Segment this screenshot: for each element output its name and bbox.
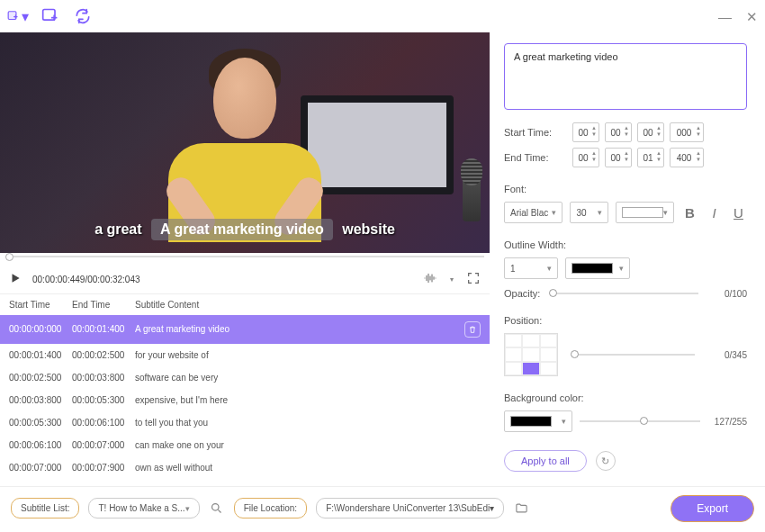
right-pane: Start Time: 00▲▼ 00▲▼ 00▲▼ 000▲▼ End Tim…: [490, 32, 765, 486]
reload-button[interactable]: [72, 6, 94, 26]
bold-button[interactable]: B: [681, 203, 698, 221]
playbar: 00:00:00:449/00:00:32:043 ▾: [0, 265, 490, 293]
start-ss[interactable]: 00▲▼: [637, 122, 664, 142]
end-mm[interactable]: 00▲▼: [605, 148, 632, 167]
start-hh[interactable]: 00▲▼: [572, 122, 599, 142]
font-size-select[interactable]: 30▾: [570, 202, 608, 223]
toolbar-icons: ▾: [7, 6, 94, 26]
fullscreen-icon[interactable]: [466, 271, 481, 287]
underline-button[interactable]: U: [730, 203, 747, 221]
position-slider[interactable]: [571, 354, 695, 356]
end-ms[interactable]: 400▲▼: [670, 148, 704, 167]
table-row[interactable]: 00:00:07:00000:00:07:900own as well with…: [0, 456, 490, 479]
table-row[interactable]: 00:00:05:30000:00:06:100to tell you that…: [0, 411, 490, 434]
add-media-button[interactable]: ▾: [7, 6, 29, 26]
table-header: Start Time End Time Subtitle Content: [0, 293, 490, 315]
position-value: 0/345: [707, 350, 747, 360]
svg-point-2: [212, 504, 220, 511]
close-button[interactable]: ✕: [746, 10, 758, 23]
reset-icon[interactable]: ↻: [596, 451, 616, 471]
font-name-select[interactable]: Arial Blac▾: [504, 202, 562, 223]
minimize-button[interactable]: —: [718, 10, 732, 23]
video-preview[interactable]: a great A great marketing video website: [0, 32, 490, 253]
col-end-header: End Time: [72, 300, 135, 310]
start-time-label: Start Time:: [504, 127, 567, 138]
search-icon[interactable]: [209, 500, 225, 517]
bg-color-label: Background color:: [504, 392, 747, 403]
italic-button[interactable]: I: [706, 203, 723, 221]
playback-time: 00:00:00:449/00:00:32:043: [32, 275, 140, 284]
subtitle-text-input[interactable]: [504, 43, 747, 110]
delete-icon[interactable]: [464, 321, 481, 338]
subtitle-list-label: Subtitle List:: [11, 498, 79, 518]
opacity-label: Opacity:: [504, 288, 540, 299]
end-time-label: End Time:: [504, 152, 567, 163]
outline-label: Outline Width:: [504, 239, 747, 250]
col-content-header: Subtitle Content: [135, 300, 481, 310]
main: a great A great marketing video website …: [0, 32, 765, 486]
subtitle-list-select[interactable]: T! How to Make a S...▾: [88, 498, 199, 518]
position-grid[interactable]: [504, 333, 558, 376]
table-row[interactable]: 00:00:03:80000:00:05:300expensive, but I…: [0, 389, 490, 411]
play-button[interactable]: [9, 272, 22, 286]
scrub-bar[interactable]: [0, 253, 490, 266]
bg-opacity-slider[interactable]: [580, 420, 700, 422]
apply-all-button[interactable]: Apply to all: [504, 450, 587, 472]
titlebar: ▾ — ✕: [0, 0, 765, 32]
file-location-field[interactable]: F:\Wondershare UniConverter 13\SubEdi▾: [316, 498, 504, 518]
folder-icon[interactable]: [513, 500, 529, 517]
table-row[interactable]: 00:00:07:90000:00:09:200having expensive…: [0, 479, 490, 486]
table-row[interactable]: 00:00:00:00000:00:01:400A great marketin…: [0, 315, 490, 344]
table-row[interactable]: 00:00:02:50000:00:03:800software can be …: [0, 366, 490, 389]
left-pane: a great A great marketing video website …: [0, 32, 490, 486]
subtitle-overlay: a great A great marketing video website: [0, 219, 490, 240]
footer: Subtitle List: T! How to Make a S...▾ Fi…: [0, 486, 765, 529]
col-start-header: Start Time: [9, 300, 72, 310]
export-button[interactable]: Export: [670, 495, 754, 522]
table-row[interactable]: 00:00:06:10000:00:07:000can make one on …: [0, 434, 490, 456]
bg-opacity-value: 127/255: [707, 417, 747, 427]
end-hh[interactable]: 00▲▼: [572, 148, 599, 167]
opacity-slider[interactable]: [549, 293, 698, 294]
bg-color-select[interactable]: ▾: [504, 410, 572, 432]
window-controls: — ✕: [718, 10, 758, 23]
chevron-down-icon[interactable]: ▾: [22, 13, 29, 20]
outline-width-select[interactable]: 1▾: [504, 257, 558, 279]
opacity-value: 0/100: [707, 289, 747, 299]
table-row[interactable]: 00:00:01:40000:00:02:500for your website…: [0, 344, 490, 366]
position-label: Position:: [504, 315, 747, 326]
file-location-label: File Location:: [234, 498, 307, 518]
end-ss[interactable]: 01▲▼: [637, 148, 664, 167]
waveform-icon[interactable]: [423, 271, 437, 287]
outline-color-select[interactable]: ▾: [565, 257, 630, 279]
font-label: Font:: [504, 184, 747, 194]
subtitle-table[interactable]: 00:00:00:00000:00:01:400A great marketin…: [0, 315, 490, 486]
start-ms[interactable]: 000▲▼: [670, 122, 704, 142]
add-text-button[interactable]: [40, 6, 61, 26]
font-color-select[interactable]: ▾: [616, 202, 674, 223]
start-mm[interactable]: 00▲▼: [605, 122, 632, 142]
svg-rect-0: [8, 12, 16, 20]
